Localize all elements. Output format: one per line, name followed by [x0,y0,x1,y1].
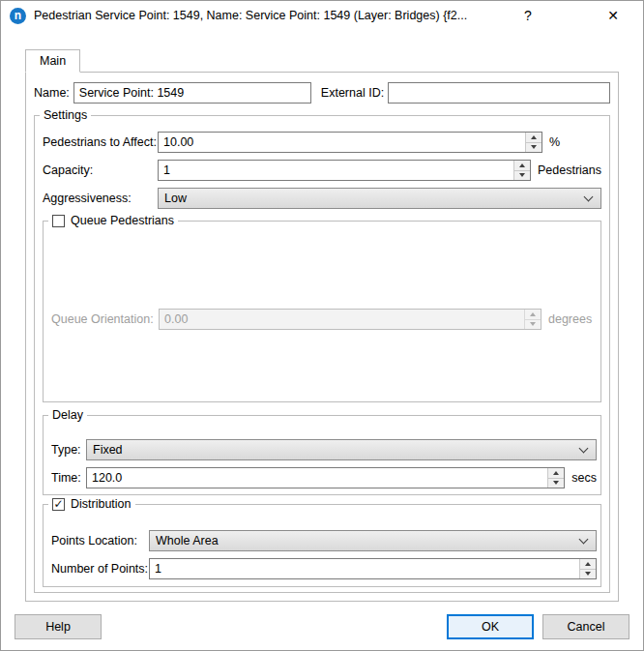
app-icon: n [10,8,26,24]
delay-time-spinbox[interactable] [86,467,565,488]
chevron-down-icon [579,535,589,545]
delay-time-label: Time: [51,471,86,485]
close-icon[interactable]: ✕ [597,1,629,30]
number-of-points-row: Number of Points: [51,558,597,579]
number-of-points-label: Number of Points: [51,562,149,576]
points-location-label: Points Location: [51,534,149,547]
delay-group-title: Delay [48,407,87,423]
arrow-up-icon [553,471,559,475]
queue-pedestrians-group: Queue Pedestrians Queue Orientation: deg… [43,221,601,402]
main-tab-page: Name: External ID: Settings Pedestrians … [25,72,619,602]
arrow-down-icon [531,145,537,149]
distribution-group: ✓ Distribution Points Location: Whole Ar… [43,504,601,587]
distribution-label: Distribution [71,496,132,512]
secs-suffix: secs [571,471,597,485]
titlebar[interactable]: n Pedestrian Service Point: 1549, Name: … [1,1,643,30]
pedestrians-to-affect-row: Pedestrians to Affect: % [43,132,601,153]
external-id-label: External ID: [321,86,384,100]
titlebar-help-button[interactable]: ? [512,1,544,30]
chevron-down-icon [584,192,594,202]
queue-orientation-spinbox [159,309,542,330]
arrow-up-icon [585,562,591,566]
external-id-input[interactable] [388,82,610,104]
number-of-points-spinbox[interactable] [149,558,597,579]
distribution-checkbox[interactable]: ✓ [52,498,65,511]
pedestrians-to-affect-spinbox[interactable] [158,132,542,153]
checkmark-icon: ✓ [53,498,63,510]
spin-down-button[interactable] [580,569,596,579]
tab-main[interactable]: Main [25,49,80,73]
spin-down-button[interactable] [514,170,530,181]
delay-type-selected-value: Fixed [93,443,580,457]
spin-buttons [513,161,530,180]
dialog-button-row: Help OK Cancel [15,614,629,639]
percent-suffix: % [549,135,560,149]
capacity-label: Capacity: [43,163,158,177]
number-of-points-input[interactable] [150,559,579,578]
points-location-row: Points Location: Whole Area [51,530,597,551]
name-row: Name: External ID: [34,82,610,104]
pedestrians-to-affect-input[interactable] [159,133,525,152]
aggressiveness-selected-value: Low [164,192,585,205]
settings-group: Settings Pedestrians to Affect: % Capaci… [34,115,610,593]
pedestrians-to-affect-label: Pedestrians to Affect: [43,135,158,149]
spin-down-button[interactable] [548,478,564,488]
spin-up-button[interactable] [514,161,530,170]
queue-orientation-input [160,310,524,329]
capacity-row: Capacity: Pedestrians [43,160,601,181]
aggressiveness-row: Aggressiveness: Low [43,188,601,209]
aggressiveness-label: Aggressiveness: [43,192,158,205]
arrow-down-icon [519,173,525,177]
delay-time-row: Time: secs [51,467,597,488]
spin-up-button [525,310,541,319]
dialog-window: n Pedestrian Service Point: 1549, Name: … [0,0,644,651]
cancel-button[interactable]: Cancel [542,614,629,639]
delay-group: Delay Type: Fixed Time: [43,415,601,495]
name-label: Name: [34,86,70,100]
spin-down-button[interactable] [526,142,542,153]
spin-up-button[interactable] [548,468,564,478]
spin-down-button [525,319,541,330]
window-title: Pedestrian Service Point: 1549, Name: Se… [34,9,512,22]
arrow-up-icon [531,135,537,139]
arrow-up-icon [530,312,536,316]
capacity-spinbox[interactable] [158,160,531,181]
queue-pedestrians-group-title: Queue Pedestrians [48,213,178,228]
queue-pedestrians-checkbox[interactable] [52,215,65,227]
delay-type-label: Type: [51,443,86,457]
distribution-group-title: ✓ Distribution [48,496,135,512]
spin-buttons [525,133,542,152]
points-location-combobox[interactable]: Whole Area [149,530,597,551]
settings-title-text: Settings [44,107,87,123]
arrow-down-icon [530,322,536,326]
aggressiveness-combobox[interactable]: Low [158,188,601,209]
degrees-suffix: degrees [548,312,592,326]
delay-title-text: Delay [52,407,83,423]
spin-up-button[interactable] [580,559,596,569]
delay-time-input[interactable] [87,468,547,488]
spin-buttons [547,468,564,488]
help-button[interactable]: Help [15,614,102,639]
name-input[interactable] [73,82,311,104]
spin-buttons [524,310,541,329]
spin-up-button[interactable] [526,133,542,142]
button-row-spacer [110,614,438,639]
queue-orientation-label: Queue Orientation: [51,312,159,326]
arrow-up-icon [519,163,525,167]
delay-type-row: Type: Fixed [51,439,597,460]
settings-group-title: Settings [40,107,91,123]
tab-bar: Main [25,49,643,73]
queue-pedestrians-label: Queue Pedestrians [71,213,174,228]
arrow-down-icon [585,572,591,576]
ok-button[interactable]: OK [447,614,534,639]
queue-orientation-row: Queue Orientation: degrees [51,309,597,330]
spin-buttons [579,559,596,578]
delay-type-combobox[interactable]: Fixed [86,439,597,460]
pedestrians-suffix: Pedestrians [538,163,601,177]
arrow-down-icon [553,481,559,485]
capacity-input[interactable] [159,161,513,180]
points-location-selected-value: Whole Area [156,534,580,547]
chevron-down-icon [579,444,589,454]
